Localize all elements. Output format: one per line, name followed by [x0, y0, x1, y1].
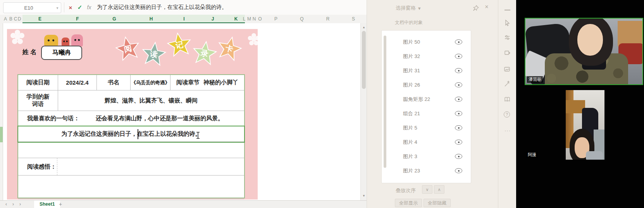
move-down-button[interactable]: ∨ — [422, 185, 432, 194]
object-label: 图片 5 — [403, 124, 455, 131]
formula-bar-input[interactable]: 为了永远记住这美丽的日子，在宝石上以花朵我的诗。 — [97, 0, 227, 15]
vertical-scrollbar[interactable]: ▴ ▾ — [360, 23, 367, 200]
pin-icon[interactable] — [472, 5, 479, 12]
right-toolbar: ? ··· — [498, 0, 516, 208]
visibility-eye-icon[interactable] — [455, 68, 462, 73]
visibility-eye-icon[interactable] — [455, 154, 462, 159]
column-headers[interactable]: ABCDEFGHIJKLMNOPQRS — [0, 15, 368, 24]
title-star-char: 阅 — [113, 34, 143, 64]
object-list-item[interactable]: 图片 23 — [382, 164, 471, 178]
column-header-E[interactable]: E — [36, 15, 44, 23]
screenshot-root: E10 ▾ × ✓ fx 为了永远记住这美丽的日子，在宝石上以花朵我的诗。 AB… — [0, 0, 644, 208]
column-header-Q[interactable]: Q — [298, 15, 306, 23]
show-all-button[interactable]: 全部显示 — [395, 199, 422, 207]
table-row-favorite-sentence: 我最喜欢的一句话： 还会看见布满山野，心中还是那一道美丽的风景。 — [18, 111, 244, 126]
table-row-date-book: 阅读日期 2024/2.4 书名 《乌丢丢的奇遇》 阅读章节 神秘的小脚丫 — [18, 75, 244, 90]
object-list-item[interactable]: 图片 32 — [382, 49, 471, 63]
words-value: 辉煌、滋养、比翼齐飞、镶嵌、瞬间 — [58, 90, 244, 111]
scrollbar-thumb[interactable] — [362, 31, 366, 89]
object-list-item[interactable]: 图片 3 — [382, 149, 471, 164]
column-header-R[interactable]: R — [324, 15, 332, 23]
visibility-eye-icon[interactable] — [455, 54, 462, 59]
chapter-cell: 阅读章节 神秘的小脚丫 — [170, 75, 244, 90]
picture-viewer-icon[interactable] — [504, 66, 511, 73]
cell-name-box[interactable]: E10 ▾ — [3, 2, 61, 13]
collapse-toolbar-icon[interactable] — [504, 6, 511, 14]
scroll-up-icon[interactable]: ▴ — [361, 24, 367, 30]
webcam-tile[interactable] — [566, 90, 604, 160]
visibility-eye-icon[interactable] — [455, 168, 462, 173]
title-star-char: 读 — [139, 40, 168, 68]
table-row-empty[interactable] — [18, 142, 244, 158]
sheet-tab-sheet1[interactable]: Sheet1 — [34, 201, 60, 208]
insert-function-button[interactable]: fx — [84, 0, 94, 15]
worksheet-area[interactable]: 姓 名 马曦冉 阅 读 记 录 — [3, 23, 360, 200]
cursor-select-icon[interactable] — [504, 19, 511, 27]
visibility-eye-icon[interactable] — [455, 125, 462, 130]
sentence-label: 我最喜欢的一句话： — [27, 115, 79, 122]
switch-window-icon[interactable] — [504, 49, 511, 57]
chevron-down-icon[interactable]: ▾ — [54, 6, 61, 10]
object-list-item[interactable]: 图片 5 — [382, 121, 471, 135]
row-header-strip[interactable] — [0, 23, 3, 200]
ibeam-cursor — [196, 131, 200, 141]
column-header-J[interactable]: J — [209, 15, 217, 23]
visibility-eye-icon[interactable] — [455, 39, 462, 44]
visibility-eye-icon[interactable] — [455, 111, 462, 116]
object-list-item[interactable]: 圆角矩形 22 — [382, 92, 471, 106]
visibility-eye-icon[interactable] — [455, 140, 462, 145]
stacking-order-label: 叠放次序 — [396, 187, 416, 194]
list-scrollbar[interactable] — [384, 36, 386, 168]
more-icon[interactable]: ··· — [504, 128, 511, 135]
sheet-nav-first-icon[interactable]: ‹ — [3, 201, 9, 208]
close-icon[interactable]: × — [483, 3, 490, 10]
selection-pane-title-text: 选择窗格 — [396, 5, 416, 12]
add-sheet-button[interactable]: + — [57, 201, 64, 208]
help-icon[interactable]: ? — [504, 111, 510, 118]
object-label: 组合 21 — [403, 110, 455, 117]
book-label: 书名 — [97, 75, 131, 90]
sheet-nav-next-icon[interactable]: › — [17, 201, 23, 208]
monster-yellow-icon — [44, 35, 58, 46]
table-row-editing-cell[interactable]: 为了永远记住这美丽的日子，在宝石上以花朵我的诗。 — [18, 126, 244, 142]
hide-all-button[interactable]: 全部隐藏 — [424, 199, 451, 207]
object-label: 图片 32 — [403, 53, 455, 60]
webcam-tile-active[interactable]: 潘芸菲 — [525, 18, 643, 85]
table-row-empty[interactable] — [18, 176, 244, 199]
object-list-item[interactable]: 组合 21 — [382, 106, 471, 121]
book-value: 《乌丢丢的奇遇》 — [131, 75, 170, 90]
object-label: 圆角矩形 22 — [403, 96, 455, 103]
column-header-I[interactable]: I — [180, 15, 188, 23]
scroll-down-icon[interactable]: ▾ — [361, 193, 367, 199]
object-list-item[interactable]: 图片 26 — [382, 78, 471, 92]
column-header-D[interactable]: D — [15, 15, 23, 23]
object-list-item[interactable]: 图片 4 — [382, 135, 471, 149]
visibility-eye-icon[interactable] — [455, 97, 462, 102]
reference-book-icon[interactable] — [504, 96, 511, 104]
adjust-sliders-icon[interactable] — [504, 34, 511, 42]
chapter-label: 阅读章节 — [176, 79, 200, 86]
visibility-eye-icon[interactable] — [455, 82, 462, 87]
column-header-K[interactable]: K — [232, 15, 240, 23]
chevron-down-icon[interactable]: ▾ — [418, 5, 421, 11]
beautify-tools-icon[interactable] — [504, 80, 511, 88]
move-up-button[interactable]: ∧ — [434, 185, 444, 194]
column-header-O[interactable]: O — [256, 15, 264, 23]
column-header-G[interactable]: G — [110, 15, 118, 23]
reading-record-card: 姓 名 马曦冉 阅 读 记 录 — [7, 29, 258, 199]
column-header-H[interactable]: H — [147, 15, 155, 23]
title-star-3: 记 — [165, 30, 194, 60]
flower-decoration-icon — [248, 33, 260, 46]
object-list-item[interactable]: 图片 50 — [382, 35, 471, 49]
column-header-S[interactable]: S — [350, 15, 357, 23]
column-header-P[interactable]: P — [272, 15, 280, 23]
participant-name-badge: 阿漫 — [526, 152, 538, 158]
object-label: 图片 3 — [403, 153, 455, 160]
participant-name-badge: 潘芸菲 — [527, 76, 543, 83]
object-list-item[interactable]: 图片 31 — [382, 63, 471, 78]
formula-confirm-button[interactable]: ✓ — [75, 0, 84, 15]
selection-pane-title[interactable]: 选择窗格 ▾ — [396, 5, 421, 12]
sheet-nav-prev-icon[interactable]: › — [10, 201, 16, 208]
column-header-F[interactable]: F — [74, 15, 81, 23]
formula-cancel-button[interactable]: × — [66, 0, 75, 15]
